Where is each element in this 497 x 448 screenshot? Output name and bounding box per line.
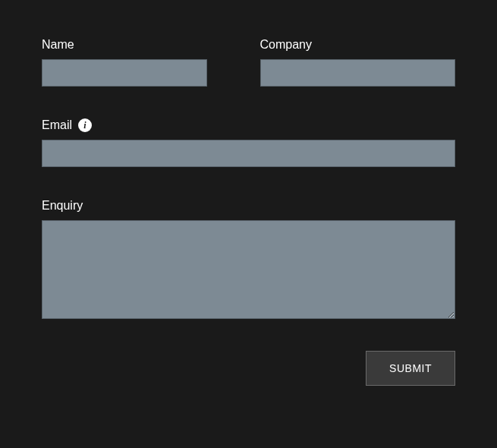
company-label: Company: [260, 38, 456, 52]
name-label: Name: [42, 38, 237, 52]
company-field-group: Company: [260, 38, 456, 87]
button-row: SUBMIT: [42, 351, 455, 386]
enquiry-textarea[interactable]: [42, 220, 455, 319]
info-icon[interactable]: i: [78, 118, 92, 132]
enquiry-label: Enquiry: [42, 199, 455, 213]
email-label-text: Email: [42, 118, 72, 132]
company-input[interactable]: [260, 59, 456, 87]
name-field-group: Name: [42, 38, 237, 87]
submit-button[interactable]: SUBMIT: [366, 351, 455, 386]
email-input[interactable]: [42, 140, 455, 167]
name-input[interactable]: [42, 59, 207, 87]
email-label: Email i: [42, 118, 455, 132]
email-field-group: Email i: [42, 118, 455, 167]
enquiry-field-group: Enquiry: [42, 199, 455, 319]
